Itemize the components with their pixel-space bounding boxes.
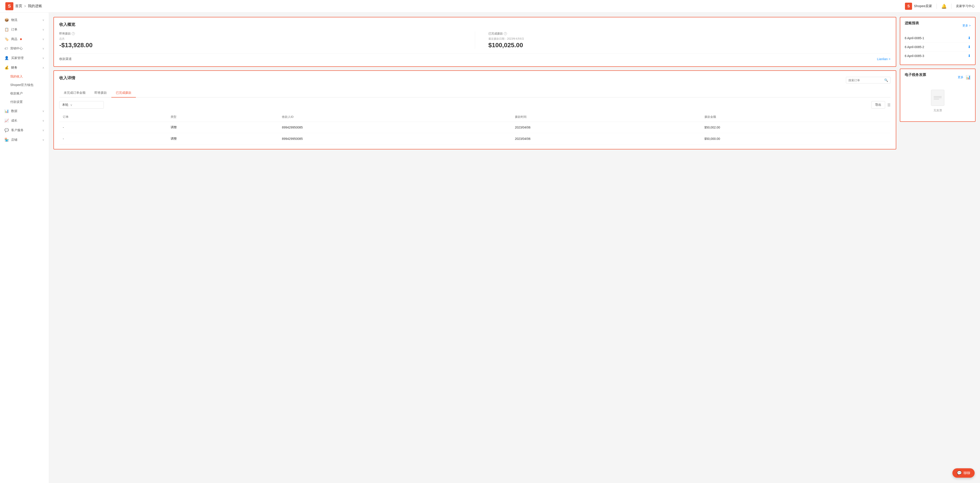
- sidebar-sub-shopee-wallet[interactable]: Shopee官方钱包: [0, 81, 49, 89]
- download-icon[interactable]: ⬇: [968, 36, 970, 40]
- sidebar-sub-my-income[interactable]: 我的收入: [0, 72, 49, 81]
- tabs: 未完成订单金额 即将拨款 已完成拨款: [59, 89, 891, 97]
- sidebar-sub-payment-settings[interactable]: 付款设置: [0, 98, 49, 106]
- chat-button[interactable]: 💬 聊聊: [952, 468, 975, 478]
- income-detail-card: 收入详情 🔍 未完成订单金额 即将拨款 已完成拨款: [54, 70, 896, 149]
- tab-completed[interactable]: 已完成拨款: [111, 89, 136, 97]
- sidebar-label-orders: 订单: [11, 28, 18, 32]
- completed-info-icon[interactable]: ?: [504, 32, 507, 35]
- sidebar-item-data[interactable]: 📊 数据 ∨: [0, 106, 49, 116]
- sidebar: 📦 物流 ∨ 📋 订单 ∨ 🏷️ 商品 ∨ 🏷 营销中心: [0, 13, 49, 483]
- breadcrumb-home[interactable]: 首页: [15, 4, 22, 8]
- download-icon[interactable]: ⬇: [968, 45, 970, 49]
- report-title: 进账报表: [905, 21, 919, 25]
- customer-icon: 💬: [5, 128, 9, 132]
- col-recipient-id: 收款人ID: [278, 112, 511, 122]
- sidebar-item-finance[interactable]: 💰 财务 ∧: [0, 63, 49, 72]
- finance-chevron: ∧: [42, 66, 45, 69]
- sidebar-item-buyers[interactable]: 👤 买家管理 ∨: [0, 53, 49, 63]
- orders-icon: 📋: [5, 27, 9, 32]
- search-icon: 🔍: [884, 78, 888, 82]
- buyers-chevron: ∨: [42, 57, 45, 60]
- search-input[interactable]: [848, 79, 883, 82]
- sidebar-label-data: 数据: [11, 109, 18, 113]
- sidebar-item-growth[interactable]: 📈 成长 ∨: [0, 116, 49, 126]
- col-type: 类型: [167, 112, 278, 122]
- report-item: 6 April-0085-2 ⬇: [905, 43, 970, 51]
- income-overview-title: 收入概览: [59, 22, 891, 27]
- growth-chevron: ∨: [42, 119, 45, 122]
- cell-payout-time: 2023/04/06: [511, 122, 701, 133]
- sidebar-item-products[interactable]: 🏷️ 商品 ∨: [0, 34, 49, 44]
- sidebar-item-orders[interactable]: 📋 订单 ∨: [0, 25, 49, 34]
- shopee-logo-s: S: [8, 3, 11, 9]
- learn-center-link[interactable]: 卖家学习中心: [956, 4, 975, 8]
- list-view-icon[interactable]: ☰: [887, 103, 891, 107]
- payment-channel-link[interactable]: Lianlian >: [877, 57, 891, 61]
- tax-header: 电子税务发票 更多 📊: [905, 73, 970, 82]
- tax-chart-icon[interactable]: 📊: [966, 75, 970, 80]
- export-button[interactable]: 导出: [871, 101, 885, 109]
- sidebar-label-growth: 成长: [11, 119, 18, 123]
- header-shopee-logo: S: [905, 3, 912, 10]
- cell-amount: $50,000.00: [701, 133, 891, 145]
- sidebar-label-store: 店铺: [11, 138, 18, 142]
- cell-order: -: [59, 122, 167, 133]
- products-icon: 🏷️: [5, 37, 9, 41]
- finance-submenu: 我的收入 Shopee官方钱包 收款账户 付款设置: [0, 72, 49, 106]
- doc-line-2: [934, 97, 942, 98]
- finance-icon: 💰: [5, 65, 9, 70]
- upcoming-info-icon[interactable]: ?: [72, 32, 75, 35]
- chat-label: 聊聊: [964, 471, 970, 475]
- overview-divider: [475, 32, 475, 49]
- tax-more-link[interactable]: 更多: [958, 75, 964, 79]
- col-payout-time: 拨款时间: [511, 112, 701, 122]
- tab-incomplete[interactable]: 未完成订单金额: [59, 89, 90, 97]
- no-invoice-label: 无发票: [934, 108, 942, 113]
- sidebar-label-logistics: 物流: [11, 18, 18, 22]
- tab-upcoming[interactable]: 即将拨款: [90, 89, 111, 97]
- cell-type: 调整: [167, 122, 278, 133]
- filter-row: 本轮 ∨ 导出 ☰: [59, 101, 891, 109]
- payment-chevron: >: [889, 57, 891, 61]
- sidebar-item-store[interactable]: 🏪 店铺 ∨: [0, 135, 49, 145]
- income-report-card: 进账报表 更多 > 6 April-0085-1 ⬇ 6 April-0085-…: [900, 17, 975, 65]
- upcoming-amount: -$13,928.00: [59, 41, 461, 49]
- products-chevron: ∨: [42, 38, 45, 41]
- sidebar-sub-payment-account[interactable]: 收款账户: [0, 89, 49, 98]
- filter-chevron-icon: ∨: [70, 103, 72, 106]
- sidebar-item-customer[interactable]: 💬 客户服务 ∨: [0, 126, 49, 135]
- sidebar-item-logistics[interactable]: 📦 物流 ∨: [0, 15, 49, 25]
- main-content: 收入概览 即将拨款 ? 总共 -$13,928.00 已完成拨款: [49, 13, 980, 483]
- payment-channel-row: 收款渠道 Lianlian >: [59, 53, 891, 61]
- col-order: 订单: [59, 112, 167, 122]
- header-shopee-seller: S Shopee卖家: [905, 3, 932, 10]
- header-right: S Shopee卖家 🔔 卖家学习中心: [905, 3, 975, 10]
- filter-select[interactable]: 本轮 ∨: [59, 101, 104, 109]
- search-box[interactable]: 🔍: [846, 77, 891, 84]
- upcoming-payout-col: 即将拨款 ? 总共 -$13,928.00: [59, 32, 461, 49]
- tax-content: 无发票: [905, 85, 970, 117]
- sidebar-item-marketing[interactable]: 🏷 营销中心 ∨: [0, 44, 49, 53]
- store-icon: 🏪: [5, 138, 9, 142]
- sidebar-label-marketing: 营销中心: [10, 46, 23, 51]
- sidebar-label-customer: 客户服务: [11, 128, 24, 132]
- bell-icon[interactable]: 🔔: [941, 3, 947, 9]
- report-item-name: 6 April-0085-2: [905, 45, 924, 49]
- payment-channel-label: 收款渠道: [59, 57, 72, 61]
- cell-recipient-id: 899429950085: [278, 122, 511, 133]
- report-item-name: 6 April-0085-1: [905, 36, 924, 40]
- download-icon[interactable]: ⬇: [968, 54, 970, 58]
- doc-icon: [931, 90, 944, 106]
- report-more-link[interactable]: 更多 >: [963, 24, 970, 28]
- income-overview-card: 收入概览 即将拨款 ? 总共 -$13,928.00 已完成拨款: [54, 17, 896, 67]
- table-row: - 调整 899429950085 2023/04/06 $50,000.00: [59, 133, 891, 145]
- marketing-icon: 🏷: [5, 46, 8, 51]
- col-amount: 拨款金额: [701, 112, 891, 122]
- overview-grid: 即将拨款 ? 总共 -$13,928.00 已完成拨款 ? 最近拨款日期：202…: [59, 32, 891, 49]
- logistics-icon: 📦: [5, 18, 9, 22]
- sidebar-label-products: 商品: [11, 37, 18, 41]
- header-divider-2: [951, 3, 951, 9]
- tax-title: 电子税务发票: [905, 73, 926, 77]
- report-item: 6 April-0085-3 ⬇: [905, 51, 970, 60]
